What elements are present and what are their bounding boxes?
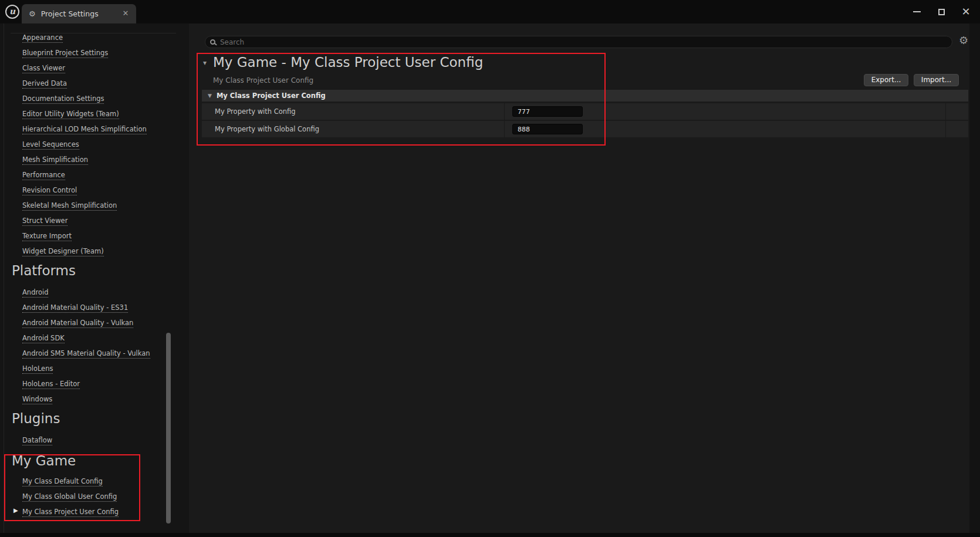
category-header-label: My Class Project User Config — [217, 92, 326, 100]
sidebar-item-my-class-project-user-config[interactable]: My Class Project User Config — [0, 504, 164, 519]
category-collapse-arrow-icon[interactable]: ▼ — [208, 93, 212, 99]
window-close-button[interactable]: ✕ — [956, 3, 976, 21]
sidebar-item-skeletal-mesh-simplification[interactable]: Skeletal Mesh Simplification — [0, 198, 164, 213]
search-input[interactable] — [220, 38, 952, 46]
category-header-row[interactable]: ▼ My Class Project User Config — [202, 90, 968, 102]
close-icon: ✕ — [961, 6, 970, 17]
settings-gear-icon[interactable]: ⚙ — [957, 33, 971, 48]
page-subtitle: My Class Project User Config — [213, 76, 313, 85]
property-value-cell — [505, 103, 946, 120]
sidebar-item-appearance[interactable]: Appearance — [0, 30, 164, 45]
sidebar-item-my-class-global-user-config[interactable]: My Class Global User Config — [0, 489, 164, 504]
property-row: My Property with Global Config — [202, 121, 968, 137]
my-property-with-global-config-input[interactable] — [512, 124, 583, 134]
window-minimize-button[interactable] — [907, 3, 927, 21]
sidebar-item-hololens-editor[interactable]: HoloLens - Editor — [0, 376, 164, 391]
sidebar-item-blueprint-project-settings[interactable]: Blueprint Project Settings — [0, 45, 164, 60]
tab-close-icon[interactable]: ✕ — [121, 9, 130, 18]
sidebar-item-hololens[interactable]: HoloLens — [0, 361, 164, 376]
tab-project-settings[interactable]: ⚙ Project Settings ✕ — [22, 4, 136, 23]
sidebar-item-texture-import[interactable]: Texture Import — [0, 228, 164, 244]
page-title: My Game - My Class Project User Config — [213, 55, 483, 70]
property-extra-cell — [946, 121, 968, 137]
sidebar-header-platforms: Platforms — [12, 263, 76, 278]
unreal-engine-logo-icon: u — [5, 5, 19, 19]
sidebar-item-derived-data[interactable]: Derived Data — [0, 76, 164, 91]
project-settings-window: u ⚙ Project Settings ✕ ✕ Appearance Blue… — [0, 0, 980, 537]
property-row: My Property with Config — [202, 103, 968, 120]
sidebar-item-mesh-simplification[interactable]: Mesh Simplification — [0, 152, 164, 167]
export-button[interactable]: Export... — [864, 74, 908, 86]
selected-item-arrow-icon: ▶ — [13, 507, 18, 514]
sidebar-item-windows[interactable]: Windows — [0, 391, 164, 407]
sidebar-item-class-viewer[interactable]: Class Viewer — [0, 60, 164, 76]
main-scroll-gutter — [969, 23, 980, 533]
minimize-icon — [913, 11, 921, 12]
property-extra-cell — [946, 103, 968, 120]
title-bar: u ⚙ Project Settings ✕ ✕ — [0, 0, 980, 23]
import-button[interactable]: Import... — [914, 74, 959, 86]
sidebar-item-editor-utility-widgets[interactable]: Editor Utility Widgets (Team) — [0, 106, 164, 121]
sidebar-header-my-game: My Game — [12, 453, 76, 468]
sidebar-item-android-sm5-vulkan[interactable]: Android SM5 Material Quality - Vulkan — [0, 346, 164, 361]
sidebar-plugins-list: Dataflow — [0, 433, 164, 448]
settings-search-bar[interactable] — [205, 36, 952, 48]
maximize-icon — [938, 9, 945, 15]
search-icon — [210, 39, 215, 45]
sidebar-item-revision-control[interactable]: Revision Control — [0, 183, 164, 198]
tab-label: Project Settings — [41, 9, 99, 18]
sidebar-item-widget-designer[interactable]: Widget Designer (Team) — [0, 244, 164, 259]
settings-sidebar: Appearance Blueprint Project Settings Cl… — [0, 23, 189, 533]
sidebar-my-game-list: My Class Default Config My Class Global … — [0, 474, 164, 519]
sidebar-item-android-material-vulkan[interactable]: Android Material Quality - Vulkan — [0, 315, 164, 330]
sidebar-settings-list: Appearance Blueprint Project Settings Cl… — [0, 30, 164, 259]
sidebar-item-hierarchical-lod[interactable]: Hierarchical LOD Mesh Simplification — [0, 121, 164, 137]
my-property-with-config-input[interactable] — [512, 106, 583, 117]
sidebar-item-android-sdk[interactable]: Android SDK — [0, 330, 164, 346]
sidebar-item-android-material-es31[interactable]: Android Material Quality - ES31 — [0, 300, 164, 315]
window-maximize-button[interactable] — [931, 3, 951, 21]
sidebar-item-my-class-default-config[interactable]: My Class Default Config — [0, 474, 164, 489]
property-label: My Property with Global Config — [202, 121, 505, 137]
property-label: My Property with Config — [202, 103, 505, 120]
sidebar-item-level-sequences[interactable]: Level Sequences — [0, 137, 164, 152]
sidebar-item-performance[interactable]: Performance — [0, 167, 164, 183]
sidebar-item-documentation-settings[interactable]: Documentation Settings — [0, 91, 164, 106]
sidebar-header-plugins: Plugins — [12, 411, 60, 426]
property-value-cell — [505, 121, 946, 137]
section-collapse-arrow-icon[interactable]: ▾ — [203, 59, 207, 67]
project-settings-icon: ⚙ — [29, 9, 36, 18]
sidebar-scrollbar-thumb[interactable] — [166, 333, 171, 524]
sidebar-item-android[interactable]: Android — [0, 285, 164, 300]
window-bottom-border — [0, 533, 980, 537]
sidebar-platforms-list: Android Android Material Quality - ES31 … — [0, 285, 164, 407]
sidebar-item-dataflow[interactable]: Dataflow — [0, 433, 164, 448]
sidebar-item-struct-viewer[interactable]: Struct Viewer — [0, 213, 164, 228]
